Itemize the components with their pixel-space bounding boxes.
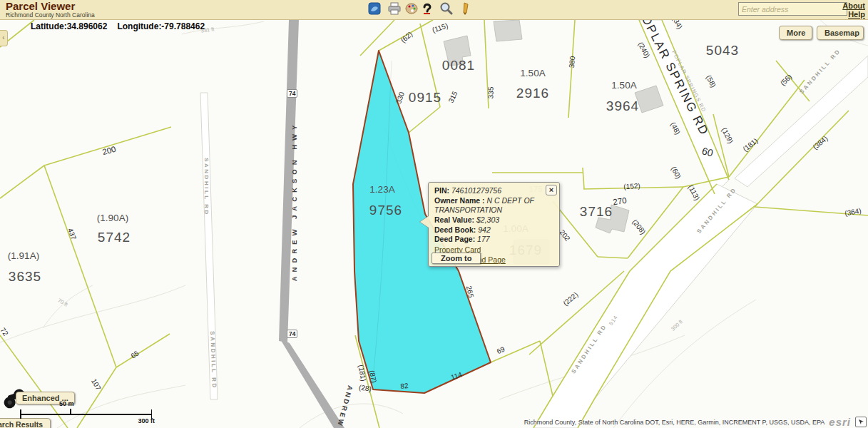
popup-field-deed-book: Deed Book: 942 xyxy=(434,225,553,235)
attribution-text: Richmond County, State of North Carolina… xyxy=(524,419,824,426)
popup-field-deed-page: Deed Page: 177 xyxy=(434,235,553,245)
popup-callout-arrow xyxy=(420,216,429,228)
route-shield-74: 74 xyxy=(287,330,297,338)
parcel-viewer-app: 0081 0915 2916 3964 5043 5742 3635 3716 … xyxy=(0,0,868,428)
scale-tick xyxy=(70,409,71,414)
zoom-to-button[interactable]: Zoom to xyxy=(432,253,481,264)
coordinates-readout: Latitude:34.896062Longitude:-79.788462 xyxy=(31,21,215,31)
field-label: Real Value: xyxy=(434,215,474,224)
scale-bar: 50 m 300 ft xyxy=(20,401,152,425)
longitude-value: Longitude:-79.788462 xyxy=(117,21,205,31)
parcel-info-popup: × PIN: 746101279756 Owner Name : N C DEP… xyxy=(428,182,560,267)
field-label: Deed Page: xyxy=(434,235,475,243)
header-bar: Parcel Viewer Richmond County North Caro… xyxy=(0,0,868,20)
page-title: Parcel Viewer xyxy=(6,0,75,12)
scale-metric-label: 50 m xyxy=(59,400,74,407)
field-label: PIN: xyxy=(434,186,449,195)
zoom-magnifier-icon[interactable] xyxy=(439,1,453,16)
scale-tick xyxy=(20,409,21,419)
field-value: 177 xyxy=(477,235,490,243)
esri-logo: esri xyxy=(829,416,851,428)
latitude-value: Latitude:34.896062 xyxy=(31,21,107,31)
field-value: 746101279756 xyxy=(451,186,501,195)
scale-line xyxy=(20,414,152,415)
field-label: Owner Name : xyxy=(434,196,485,205)
scale-imperial-label: 300 ft xyxy=(138,417,155,424)
field-value: 942 xyxy=(478,225,491,234)
about-link[interactable]: About xyxy=(842,1,865,10)
field-value: $2,303 xyxy=(476,215,499,224)
overview-map-icon[interactable] xyxy=(367,1,382,16)
help-link[interactable]: Help xyxy=(848,10,865,19)
more-button[interactable]: More xyxy=(779,26,812,40)
identify-icon[interactable] xyxy=(421,1,435,16)
popup-field-owner: Owner Name : N C DEPT OF TRANSPORTATION xyxy=(434,196,553,215)
pointer-arrow-icon[interactable] xyxy=(855,417,867,427)
panel-collapse-tab[interactable]: ‹ xyxy=(0,30,8,46)
map-attribution: Richmond County, State of North Carolina… xyxy=(524,416,867,428)
print-icon[interactable] xyxy=(387,1,402,16)
popup-field-pin: PIN: 746101279756 xyxy=(434,186,553,196)
basemap-button[interactable]: Basemap xyxy=(817,26,864,40)
popup-close-icon[interactable]: × xyxy=(546,185,557,195)
route-shield-74: 74 xyxy=(287,89,297,98)
page-subtitle: Richmond County North Carolina xyxy=(6,11,95,19)
tools-icon[interactable] xyxy=(458,1,472,16)
draw-palette-icon[interactable] xyxy=(404,1,419,16)
popup-field-real-value: Real Value: $2,303 xyxy=(434,215,553,225)
field-label: Deed Book: xyxy=(434,225,476,234)
address-search-input[interactable] xyxy=(738,2,847,16)
